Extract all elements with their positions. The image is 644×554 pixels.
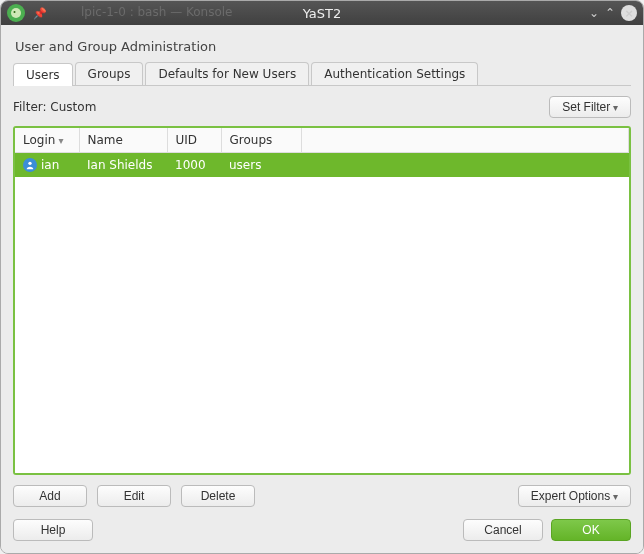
svg-point-0 [11, 8, 21, 18]
app-icon [7, 4, 25, 22]
pin-icon[interactable]: 📌 [33, 7, 47, 20]
chameleon-icon [10, 7, 22, 19]
help-button[interactable]: Help [13, 519, 93, 541]
table-empty-area [15, 177, 629, 473]
module-title: User and Group Administration [13, 35, 631, 62]
table: Login Name UID Groups [15, 128, 629, 177]
add-button[interactable]: Add [13, 485, 87, 507]
yast2-window: 📌 lpic-1-0 : bash — Konsole YaST2 ⌄ ⌃ × … [0, 0, 644, 554]
cell-uid: 1000 [167, 153, 221, 178]
user-icon [23, 158, 37, 172]
window-title: YaST2 [303, 6, 342, 21]
minimize-icon[interactable]: ⌄ [589, 6, 599, 20]
bottom-row: Help Cancel OK [13, 519, 631, 541]
set-filter-button[interactable]: Set Filter [549, 96, 631, 118]
users-table: Login Name UID Groups [13, 126, 631, 475]
tab-defaults[interactable]: Defaults for New Users [145, 62, 309, 85]
background-window-title: lpic-1-0 : bash — Konsole [81, 5, 232, 19]
col-groups[interactable]: Groups [221, 128, 301, 153]
client-area: User and Group Administration Users Grou… [1, 25, 643, 553]
tab-users[interactable]: Users [13, 63, 73, 86]
tab-auth[interactable]: Authentication Settings [311, 62, 478, 85]
cell-name: Ian Shields [79, 153, 167, 178]
action-row: Add Edit Delete Expert Options [13, 485, 631, 507]
cancel-button[interactable]: Cancel [463, 519, 543, 541]
expert-options-button[interactable]: Expert Options [518, 485, 631, 507]
col-name[interactable]: Name [79, 128, 167, 153]
titlebar: 📌 lpic-1-0 : bash — Konsole YaST2 ⌄ ⌃ × [1, 1, 643, 25]
col-uid[interactable]: UID [167, 128, 221, 153]
close-icon[interactable]: × [621, 5, 637, 21]
col-spacer [301, 128, 629, 153]
filter-row: Filter: Custom Set Filter [13, 96, 631, 118]
maximize-icon[interactable]: ⌃ [605, 6, 615, 20]
delete-button[interactable]: Delete [181, 485, 255, 507]
cell-groups: users [221, 153, 301, 178]
edit-button[interactable]: Edit [97, 485, 171, 507]
cell-login: ian [15, 153, 79, 178]
ok-button[interactable]: OK [551, 519, 631, 541]
table-row[interactable]: ian Ian Shields 1000 users [15, 153, 629, 178]
svg-point-2 [28, 162, 31, 165]
tab-groups[interactable]: Groups [75, 62, 144, 85]
window-controls: ⌄ ⌃ × [589, 5, 643, 21]
svg-point-1 [14, 11, 16, 13]
filter-label: Filter: Custom [13, 100, 96, 114]
tab-bar: Users Groups Defaults for New Users Auth… [13, 62, 631, 86]
col-login[interactable]: Login [15, 128, 79, 153]
table-header-row: Login Name UID Groups [15, 128, 629, 153]
